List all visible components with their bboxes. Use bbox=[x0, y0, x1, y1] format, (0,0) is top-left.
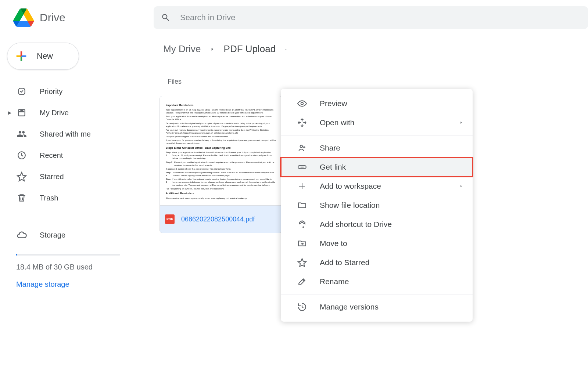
star-icon bbox=[16, 171, 27, 182]
file-card[interactable]: Important Reminders Your appointment is … bbox=[159, 96, 282, 233]
menu-label: Show file location bbox=[320, 201, 380, 210]
menu-divider bbox=[281, 135, 473, 135]
star-icon bbox=[297, 257, 307, 268]
chevron-right-icon bbox=[459, 120, 463, 125]
preview-line: Your appointment is on 25-Aug-2022 at 15… bbox=[166, 108, 276, 114]
plus-icon bbox=[297, 181, 307, 191]
menu-label: Rename bbox=[320, 277, 349, 286]
chevron-right-icon bbox=[459, 184, 463, 189]
preview-heading: Additional Reminders bbox=[166, 192, 276, 195]
versions-icon bbox=[297, 302, 307, 312]
sidebar-label: My Drive bbox=[40, 109, 69, 117]
logo-area[interactable]: Drive bbox=[0, 7, 154, 28]
preview-line: Print your application form and e-receip… bbox=[166, 115, 276, 121]
menu-label: Get link bbox=[320, 163, 346, 171]
menu-label: Add shortcut to Drive bbox=[320, 220, 392, 229]
open-with-icon bbox=[297, 117, 307, 128]
sidebar-label: Priority bbox=[40, 87, 62, 96]
sidebar-label: Shared with me bbox=[40, 130, 91, 138]
menu-move-to[interactable]: Move to bbox=[281, 234, 473, 253]
menu-get-link[interactable]: Get link bbox=[281, 158, 473, 177]
search-bar[interactable] bbox=[154, 6, 588, 29]
breadcrumb-current[interactable]: PDF Upload bbox=[224, 43, 276, 55]
sidebar-item-starred[interactable]: Starred bbox=[0, 166, 143, 187]
menu-label: Share bbox=[320, 144, 340, 152]
sidebar-item-trash[interactable]: Trash bbox=[0, 187, 143, 209]
sidebar-item-recent[interactable]: Recent bbox=[0, 145, 143, 166]
storage-text: 18.4 MB of 30 GB used bbox=[0, 263, 143, 271]
preview-line: Be ready with both the original and phot… bbox=[166, 122, 276, 128]
svg-point-4 bbox=[300, 145, 303, 148]
menu-show-location[interactable]: Show file location bbox=[281, 196, 473, 215]
drive-logo-icon bbox=[13, 7, 34, 28]
sidebar-label: Recent bbox=[40, 151, 63, 160]
folder-icon bbox=[297, 200, 307, 210]
preview-heading: Important Reminders bbox=[166, 104, 276, 107]
menu-add-shortcut[interactable]: Add shortcut to Drive bbox=[281, 215, 473, 234]
manage-storage-link[interactable]: Manage storage bbox=[0, 280, 143, 289]
breadcrumb: My Drive PDF Upload bbox=[154, 43, 588, 63]
link-icon bbox=[297, 162, 307, 172]
chevron-right-icon bbox=[205, 46, 219, 53]
file-name: 06862022082500044.pdf bbox=[181, 216, 255, 223]
menu-share[interactable]: Share bbox=[281, 138, 473, 158]
storage-meter bbox=[16, 254, 120, 256]
menu-label: Manage versions bbox=[320, 303, 379, 311]
menu-add-workspace[interactable]: Add to workspace bbox=[281, 177, 473, 196]
file-preview-thumbnail: Important Reminders Your appointment is … bbox=[160, 96, 282, 206]
menu-manage-versions[interactable]: Manage versions bbox=[281, 297, 473, 316]
shared-icon bbox=[16, 129, 27, 140]
menu-label: Add to workspace bbox=[320, 182, 381, 191]
expand-icon[interactable]: ▶ bbox=[8, 110, 11, 115]
preview-heading: Steps at the Consular Office - Data Capt… bbox=[166, 146, 276, 150]
app-header: Drive bbox=[0, 0, 588, 35]
pdf-icon: PDF bbox=[165, 214, 175, 224]
sidebar-divider bbox=[0, 214, 143, 214]
sidebar-label: Storage bbox=[40, 231, 65, 239]
menu-label: Add to Starred bbox=[320, 258, 369, 267]
shortcut-icon bbox=[297, 219, 307, 229]
files-heading: Files bbox=[168, 78, 588, 86]
svg-point-3 bbox=[301, 102, 304, 105]
move-icon bbox=[297, 238, 307, 249]
priority-icon bbox=[16, 86, 27, 97]
breadcrumb-root[interactable]: My Drive bbox=[163, 43, 201, 55]
plus-icon bbox=[14, 49, 29, 64]
my-drive-icon bbox=[16, 107, 27, 118]
preview-line: If you have paid for passport courier de… bbox=[166, 139, 276, 145]
sidebar-item-priority[interactable]: Priority bbox=[0, 81, 143, 102]
menu-open-with[interactable]: Open with bbox=[281, 113, 473, 132]
sidebar-label: Starred bbox=[40, 173, 64, 181]
dropdown-icon[interactable] bbox=[283, 47, 289, 51]
cloud-icon bbox=[16, 229, 27, 240]
context-menu: Preview Open with Share Get link Add to … bbox=[281, 89, 473, 322]
rename-icon bbox=[297, 276, 307, 287]
sidebar-label: Trash bbox=[40, 194, 58, 202]
trash-icon bbox=[16, 192, 27, 203]
file-title-bar[interactable]: PDF 06862022082500044.pdf bbox=[160, 206, 282, 233]
menu-add-starred[interactable]: Add to Starred bbox=[281, 253, 473, 272]
preview-line: Passport processing fee is non-refundabl… bbox=[166, 135, 276, 138]
menu-label: Open with bbox=[320, 118, 355, 127]
preview-line: For your civil registry documentary requ… bbox=[166, 129, 276, 134]
menu-rename[interactable]: Rename bbox=[281, 272, 473, 291]
menu-label: Preview bbox=[320, 99, 347, 108]
app-name: Drive bbox=[40, 11, 65, 24]
search-icon bbox=[161, 13, 171, 22]
sidebar: New Priority ▶ My Drive Shared with me R… bbox=[0, 35, 143, 289]
sidebar-item-my-drive[interactable]: ▶ My Drive bbox=[0, 102, 143, 123]
sidebar-item-shared[interactable]: Shared with me bbox=[0, 123, 143, 145]
menu-divider bbox=[281, 294, 473, 294]
eye-icon bbox=[297, 98, 307, 109]
new-button-label: New bbox=[37, 51, 53, 61]
new-button[interactable]: New bbox=[7, 43, 79, 70]
search-input[interactable] bbox=[180, 13, 581, 22]
sidebar-item-storage[interactable]: Storage bbox=[0, 224, 143, 246]
menu-preview[interactable]: Preview bbox=[281, 94, 473, 113]
recent-icon bbox=[16, 150, 27, 161]
share-icon bbox=[297, 143, 307, 153]
menu-label: Move to bbox=[320, 239, 347, 248]
